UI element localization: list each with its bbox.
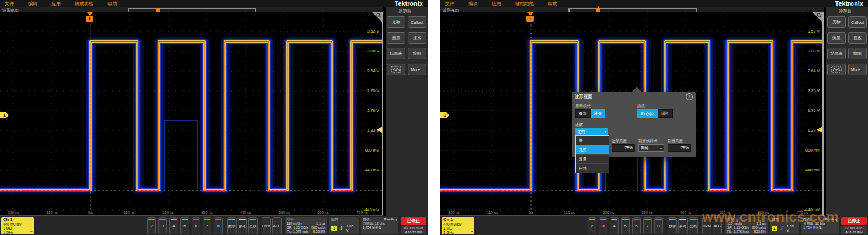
channel6-color-stripe — [633, 219, 640, 220]
channel2-button[interactable]: 2 — [147, 217, 156, 234]
channel8-button[interactable]: 8 — [654, 217, 663, 234]
channel6-button[interactable]: 6 — [192, 217, 200, 234]
stopped-button[interactable]: 已停止 — [841, 217, 867, 225]
option-variable[interactable]: 变量 — [576, 154, 609, 163]
channel8-button[interactable]: 8 — [214, 217, 223, 234]
results-table-button[interactable]: 结果表 — [827, 48, 846, 59]
channel4-label: 4 — [610, 223, 618, 229]
record-length: RL: 1.375 kpts — [287, 230, 308, 234]
channel7-label: 7 — [203, 223, 211, 229]
graticule-intensity-field[interactable]: 75% — [668, 144, 691, 152]
t-axis-label: 330 ns — [641, 211, 653, 215]
channel4-button[interactable]: 4 — [169, 217, 178, 234]
overview-trigger-position-marker[interactable] — [156, 8, 160, 12]
dvm-button[interactable]: DVM — [262, 217, 271, 234]
horizontal-title: 水平 — [727, 218, 766, 222]
sinx-toggle[interactable]: Sin(x)/x — [637, 109, 658, 118]
bus-button[interactable]: 总线 — [248, 217, 258, 234]
channel6-button[interactable]: 6 — [632, 217, 641, 234]
horizontal-badge[interactable]: 水平 110 ns/div1.1 μs SR: 1.25 GS/s800 ps/… — [725, 217, 768, 234]
option-off[interactable]: 关 — [576, 136, 609, 145]
cursors-button[interactable]: 光标 — [827, 16, 846, 28]
channel2-button[interactable]: 2 — [588, 217, 596, 234]
fastacq-label: FastAcq — [384, 218, 397, 222]
overlay-toggle[interactable]: 叠加 — [575, 109, 591, 118]
menu-file[interactable]: 文件 — [445, 1, 454, 7]
trigger-position-flag[interactable]: T — [526, 12, 534, 22]
dvm-button[interactable]: DVM — [702, 217, 711, 234]
plot-button[interactable]: 绘图 — [408, 48, 426, 59]
linear-toggle[interactable]: 线性 — [658, 109, 673, 118]
overview-trigger-position-marker[interactable] — [596, 8, 600, 12]
ref-button[interactable]: 参考 — [238, 217, 247, 234]
callout-button[interactable]: Callout — [408, 16, 426, 28]
math-button[interactable]: 数学 — [227, 217, 237, 234]
channel5-button[interactable]: 5 — [621, 217, 630, 234]
acquisition-overview-bar[interactable] — [568, 8, 697, 12]
channel1-badge[interactable]: Ch 1 440 mV/div 1 MΩ 1 GHz ⌁ — [442, 217, 474, 234]
channel6-label: 6 — [192, 223, 200, 229]
option-auto[interactable]: 自动 — [576, 163, 609, 173]
zoom-box-button[interactable] — [387, 64, 405, 75]
channel3-button[interactable]: 3 — [599, 217, 607, 234]
channel8-color-stripe — [655, 219, 662, 220]
callout-button[interactable]: Callout — [848, 16, 867, 28]
channel3-button[interactable]: 3 — [158, 217, 167, 234]
dvm-label: DVM — [262, 224, 270, 228]
menu-help[interactable]: 帮助 — [548, 1, 557, 7]
channel7-button[interactable]: 7 — [203, 217, 211, 234]
channel5-button[interactable]: 5 — [180, 217, 189, 234]
channel4-button[interactable]: 4 — [610, 217, 619, 234]
horizontal-badge[interactable]: 水平 110 ns/div1.1 μs SR: 1.25 GS/s800 ps/… — [285, 217, 327, 234]
cursors-button[interactable]: 光标 — [387, 16, 405, 28]
t-axis-label: 770 ns — [797, 211, 808, 215]
bus-button[interactable]: 总线 — [689, 217, 698, 234]
acquisition-badge[interactable]: 自动,FastAcq 分辨率: 12 bits 1.754 M采集 — [801, 217, 839, 234]
menu-applications[interactable]: 应用 — [492, 1, 501, 7]
stopped-button[interactable]: 已停止 — [401, 217, 426, 225]
ref-button[interactable]: 参考 — [678, 217, 688, 234]
more-button[interactable]: More... — [408, 64, 426, 75]
acquisition-badge[interactable]: 自动,FastAcq 分辨率: 12 bits 1.754 M采集 — [361, 217, 398, 234]
screenshot-pair: 文件 编辑 应用 辅助功能 帮助 Tektronix 波形视图 — [0, 0, 868, 235]
measure-button[interactable]: 测量 — [387, 32, 405, 44]
help-icon[interactable]: ? — [686, 93, 693, 100]
trigger-position-flag[interactable]: T — [86, 12, 93, 22]
results-table-button[interactable]: 结果表 — [387, 48, 405, 59]
option-infinite[interactable]: 无穷 — [576, 145, 609, 154]
waveform-intensity-field[interactable]: 75% — [612, 144, 635, 152]
plot-button[interactable]: 绘图 — [848, 48, 867, 59]
stacked-toggle[interactable]: 堆叠 — [591, 109, 606, 118]
trigger-badge[interactable]: 触发 1 1.65 V — [329, 217, 359, 234]
measure-button[interactable]: 测量 — [827, 32, 846, 44]
menu-edit[interactable]: 编辑 — [468, 1, 478, 7]
bus-color-stripe — [690, 219, 697, 220]
channel6-color-stripe — [193, 219, 199, 220]
menu-edit[interactable]: 编辑 — [28, 1, 37, 7]
graticule-style-dropdown[interactable]: 网格▾ — [638, 144, 664, 152]
afg-button[interactable]: AFG — [272, 217, 282, 234]
t-axis-label: 660 ns — [317, 211, 329, 215]
zoom-box-button[interactable] — [827, 64, 846, 75]
menu-applications[interactable]: 应用 — [51, 1, 61, 7]
v-axis-label: 2.64 V — [808, 69, 820, 73]
channel1-badge[interactable]: Ch 1 440 mV/div 1 MΩ 1 GHz ⌁ — [1, 217, 34, 234]
afg-button[interactable]: AFG — [713, 217, 722, 234]
tektronix-logo: Tektronix — [835, 0, 863, 7]
horizontal-window: 1.1 μs — [756, 222, 766, 226]
more-button[interactable]: More... — [848, 64, 867, 75]
search-button[interactable]: 搜索 — [848, 32, 867, 44]
channel1-impedance: 1 MΩ — [443, 226, 473, 230]
search-button[interactable]: 搜索 — [408, 32, 426, 44]
menu-help[interactable]: 帮助 — [107, 1, 117, 7]
menu-utility[interactable]: 辅助功能 — [515, 1, 534, 7]
menu-file[interactable]: 文件 — [5, 1, 14, 7]
menu-utility[interactable]: 辅助功能 — [75, 1, 93, 7]
channel7-button[interactable]: 7 — [643, 217, 652, 234]
acquisition-overview-bar[interactable] — [128, 8, 256, 12]
ref-color-stripe — [679, 219, 686, 220]
acq-count: 1.754 M采集 — [363, 226, 382, 230]
trigger-badge[interactable]: 触发 1 1.65 V — [770, 217, 799, 234]
math-button[interactable]: 数学 — [668, 217, 677, 234]
persistence-dropdown[interactable]: 无穷▾ — [575, 128, 608, 135]
